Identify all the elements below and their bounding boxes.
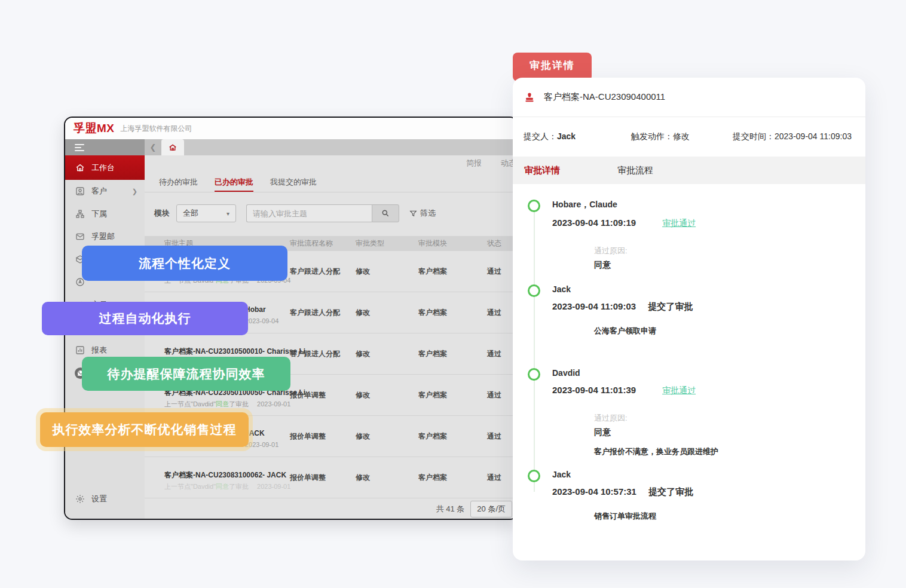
search-input[interactable] bbox=[246, 204, 372, 222]
callout-efficiency-analysis: 执行效率分析不断优化销售过程 bbox=[40, 412, 249, 447]
row-flow: 客户跟进人分配 bbox=[290, 267, 356, 277]
row-type: 修改 bbox=[356, 308, 418, 318]
tab-my-approvals[interactable]: 我提交的审批 bbox=[270, 172, 317, 192]
timeline-note: 公海客户领取申请 bbox=[594, 326, 865, 336]
row-flow: 报价单调整 bbox=[290, 473, 356, 483]
top-strip: ❮ bbox=[65, 139, 517, 155]
tab-strip: ❮ bbox=[145, 139, 517, 155]
chevron-down-icon: ▾ bbox=[227, 210, 229, 217]
callout-process-automation: 过程自动化执行 bbox=[42, 302, 248, 335]
tab-done-approvals[interactable]: 已办的审批 bbox=[215, 172, 253, 192]
page: 孚盟MX 上海孚盟软件有限公司 ❮ 工作台 bbox=[0, 0, 906, 588]
search-button[interactable] bbox=[372, 204, 399, 222]
user-icon bbox=[75, 186, 85, 197]
callout-process-customization: 流程个性化定义 bbox=[82, 246, 287, 281]
approver-name: Davdid bbox=[552, 368, 865, 378]
approval-passed-link[interactable]: 审批通过 bbox=[662, 385, 696, 396]
approval-time: 2023-09-04 11:09:19 bbox=[552, 218, 636, 228]
approval-passed-link[interactable]: 审批通过 bbox=[662, 218, 696, 229]
search-icon bbox=[381, 209, 390, 218]
table-row[interactable]: 客户档案-NA-CU23083100062- JACK 上一节点"Davdid"… bbox=[145, 457, 517, 498]
panel-tab-detail[interactable]: 审批详情 bbox=[524, 165, 560, 176]
back-chevron-icon[interactable]: ❮ bbox=[145, 139, 161, 155]
col-type: 审批类型 bbox=[356, 238, 418, 249]
quicklink-briefing[interactable]: 简报 bbox=[466, 158, 482, 169]
row-type: 修改 bbox=[356, 473, 418, 483]
main-content: 简报 动态 待办的审批 已办的审批 我提交的审批 模块 全部 ▾ bbox=[145, 155, 517, 519]
row-flow: 报价单调整 bbox=[290, 431, 356, 442]
panel-tab-flow[interactable]: 审批流程 bbox=[617, 165, 653, 176]
approver-name: Jack bbox=[552, 470, 865, 479]
mail-icon bbox=[75, 232, 85, 242]
sidebar-item-workbench[interactable]: 工作台 bbox=[65, 155, 145, 180]
row-flow: 客户跟进人分配 bbox=[290, 308, 356, 318]
approval-timeline: Hobare，Claude 2023-09-04 11:09:19 审批通过 通… bbox=[513, 184, 865, 561]
sidebar-item-label: 下属 bbox=[91, 209, 107, 219]
row-type: 修改 bbox=[356, 431, 418, 442]
sidebar: 工作台 客户 ❯ 下属 孚盟邮 bbox=[65, 155, 145, 519]
approval-doc-title: 客户档案-NA-CU23090400011 bbox=[544, 91, 665, 103]
sidebar-item-label: 工作台 bbox=[91, 163, 115, 173]
home-tab[interactable] bbox=[161, 139, 184, 155]
chevron-right-icon: ❯ bbox=[132, 188, 137, 195]
row-flow: 客户跟进人分配 bbox=[290, 349, 356, 359]
sidebar-item-customer[interactable]: 客户 ❯ bbox=[65, 180, 145, 203]
reason-value: 同意 bbox=[594, 427, 865, 438]
sidebar-item-label: 设置 bbox=[91, 494, 107, 504]
row-subtitle: 上一节点"Davdid"同意了审批2023-09-01 bbox=[164, 400, 290, 409]
page-size-select[interactable]: 20 条/页 bbox=[470, 501, 512, 517]
reason-label: 通过原因: bbox=[594, 413, 865, 424]
timeline-item: Hobare，Claude 2023-09-04 11:09:19 审批通过 通… bbox=[513, 200, 865, 271]
timeline-dot-icon bbox=[528, 368, 540, 381]
panel-meta-row: 提交人：Jack 触发动作：修改 提交时间：2023-09-04 11:09:0… bbox=[513, 117, 865, 157]
row-module: 客户档案 bbox=[418, 431, 487, 442]
col-module: 审批模块 bbox=[418, 238, 487, 249]
timeline-dot-icon bbox=[528, 200, 540, 212]
approval-time: 2023-09-04 10:57:31 bbox=[552, 486, 636, 497]
sidebar-item-label: 孚盟邮 bbox=[91, 231, 115, 242]
approver-name: Jack bbox=[552, 284, 865, 294]
filter-button[interactable]: 筛选 bbox=[409, 208, 436, 219]
sidebar-item-mail[interactable]: 孚盟邮 bbox=[65, 225, 145, 248]
row-type: 修改 bbox=[356, 267, 418, 277]
org-icon bbox=[75, 209, 85, 219]
bar-chart-icon bbox=[75, 345, 85, 356]
approval-time: 2023-09-04 11:01:39 bbox=[552, 385, 636, 395]
timeline-item: Jack 2023-09-04 11:09:03 提交了审批 公海客户领取申请 bbox=[513, 284, 865, 336]
row-module: 客户档案 bbox=[418, 349, 487, 359]
trigger-action-field: 触发动作：修改 bbox=[631, 131, 733, 142]
total-count: 共 41 条 bbox=[436, 504, 465, 514]
table-footer: 共 41 条 20 条/页 bbox=[436, 501, 512, 517]
timeline-dot-icon bbox=[528, 284, 540, 297]
reason-value: 同意 bbox=[594, 260, 865, 271]
submit-time-field: 提交时间：2023-09-04 11:09:03 bbox=[733, 131, 852, 142]
row-flow: 报价单调整 bbox=[290, 390, 356, 400]
row-module: 客户档案 bbox=[418, 390, 487, 400]
sidebar-item-label: 报表 bbox=[91, 345, 107, 356]
submitter-field: 提交人：Jack bbox=[524, 131, 631, 142]
row-title: 客户档案-NA-CU23010500010- Charisse Li bbox=[164, 347, 290, 357]
timeline-note: 销售订单审批流程 bbox=[594, 511, 865, 522]
timeline-dot-icon bbox=[528, 470, 540, 482]
funnel-icon bbox=[409, 210, 417, 218]
tab-todo-approvals[interactable]: 待办的审批 bbox=[159, 172, 198, 192]
sidebar-item-settings[interactable]: 设置 bbox=[65, 488, 145, 510]
timeline-note: 客户报价不满意，换业务员跟进维护 bbox=[594, 446, 865, 457]
row-subtitle: 上一节点"Davdid"同意了审批2023-09-01 bbox=[164, 482, 290, 491]
home-icon bbox=[75, 163, 85, 173]
timeline-item: Jack 2023-09-04 10:57:31 提交了审批 销售订单审批流程 bbox=[513, 470, 865, 522]
stamp-icon bbox=[524, 91, 535, 103]
submitted-label: 提交了审批 bbox=[648, 301, 693, 313]
sidebar-item-subordinate[interactable]: 下属 bbox=[65, 203, 145, 225]
col-flow: 审批流程名称 bbox=[290, 238, 356, 249]
panel-title-row: 客户档案-NA-CU23090400011 bbox=[513, 78, 865, 117]
approver-name: Hobare，Claude bbox=[552, 200, 865, 210]
approval-time: 2023-09-04 11:09:03 bbox=[552, 301, 636, 311]
approval-detail-tag: 审批详情 bbox=[513, 53, 592, 81]
module-select[interactable]: 全部 ▾ bbox=[176, 204, 236, 222]
row-module: 客户档案 bbox=[418, 473, 487, 483]
company-name: 上海孚盟软件有限公司 bbox=[121, 124, 192, 134]
collapse-menu-icon[interactable] bbox=[75, 144, 84, 151]
module-select-value: 全部 bbox=[183, 208, 198, 219]
row-type: 修改 bbox=[356, 390, 418, 400]
